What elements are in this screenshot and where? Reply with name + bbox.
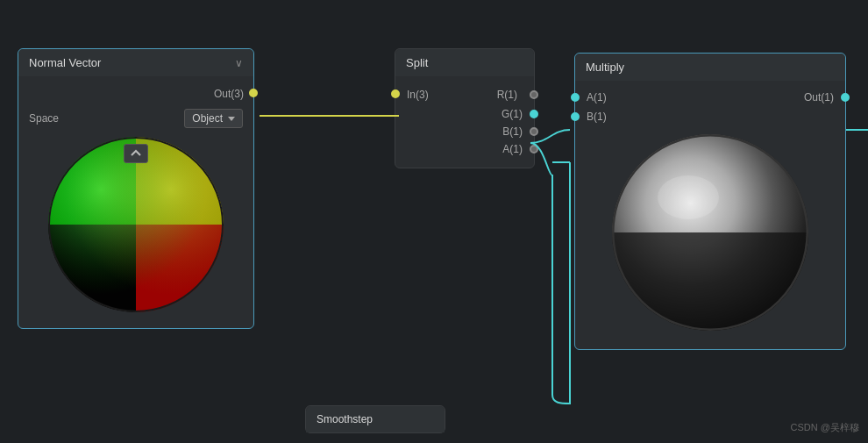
split-r-label: R(1) <box>490 89 524 101</box>
split-node: Split In(3) R(1) G(1) B(1) A(1) <box>395 48 535 168</box>
expand-icon <box>130 147 142 160</box>
space-label: Space <box>29 112 59 125</box>
wheel-expand-button[interactable] <box>124 144 148 163</box>
split-in-label: In(3) <box>400 89 436 101</box>
smoothstep-title: Smoothstep <box>317 413 373 425</box>
multiply-title: Multiply <box>586 61 624 74</box>
space-row: Space Object <box>18 104 253 133</box>
split-title: Split <box>406 56 428 69</box>
normal-vector-header: Normal Vector ∨ <box>18 49 253 76</box>
multiply-out-port[interactable] <box>841 93 850 102</box>
multiply-body: A(1) Out(1) B(1) <box>575 81 845 349</box>
normal-vector-chevron[interactable]: ∨ <box>235 57 243 69</box>
normal-vector-title: Normal Vector <box>29 56 101 69</box>
color-wheel <box>48 137 224 312</box>
smoothstep-node: Smoothstep <box>305 405 445 433</box>
multiply-header: Multiply <box>575 54 845 81</box>
normal-vector-out-row: Out(3) <box>18 83 253 104</box>
svg-point-9 <box>658 175 719 219</box>
multiply-a-port[interactable] <box>571 93 580 102</box>
multiply-preview <box>575 126 845 342</box>
preview-sphere <box>609 132 811 333</box>
normal-vector-out-label: Out(3) <box>214 88 244 100</box>
connection-split-to-multiply-b <box>530 143 570 404</box>
multiply-a-label: A(1) <box>580 91 614 104</box>
split-a-label: A(1) <box>495 143 530 155</box>
space-dropdown-arrow <box>228 117 235 121</box>
split-b-label: B(1) <box>495 125 530 138</box>
normal-vector-out-port[interactable] <box>249 89 258 97</box>
color-wheel-container <box>18 133 253 321</box>
split-in-row: In(3) R(1) <box>395 83 534 105</box>
split-in-port[interactable] <box>391 89 400 98</box>
smoothstep-header: Smoothstep <box>306 406 445 432</box>
normal-vector-body: Out(3) Space Object <box>18 76 253 328</box>
space-value: Object <box>192 112 223 125</box>
watermark: CSDN @吴梓穆 <box>791 421 859 434</box>
multiply-b-label: B(1) <box>580 111 614 123</box>
split-body: In(3) R(1) G(1) B(1) A(1) <box>395 76 534 168</box>
split-b-row: B(1) <box>395 123 534 140</box>
split-g-label: G(1) <box>494 108 530 120</box>
split-g-row: G(1) <box>395 105 534 123</box>
multiply-b-port[interactable] <box>571 112 580 121</box>
normal-vector-node: Normal Vector ∨ Out(3) Space Object <box>18 48 254 329</box>
split-a-row: A(1) <box>395 140 534 161</box>
multiply-node: Multiply A(1) Out(1) B(1) <box>574 53 846 350</box>
split-r-port[interactable] <box>530 90 538 99</box>
split-a-port[interactable] <box>530 145 538 154</box>
split-b-port[interactable] <box>530 127 538 136</box>
split-header: Split <box>395 49 534 76</box>
multiply-out-label: Out(1) <box>797 91 841 104</box>
svg-rect-8 <box>609 232 811 333</box>
split-g-port[interactable] <box>530 110 538 118</box>
space-dropdown[interactable]: Object <box>184 109 243 128</box>
